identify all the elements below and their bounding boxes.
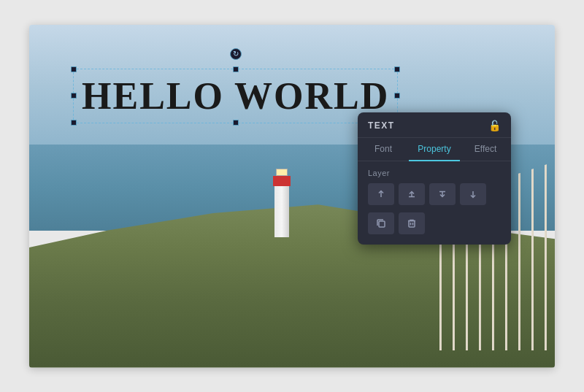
svg-rect-7 <box>409 220 415 227</box>
canvas-text[interactable]: HELLO WORLD <box>82 74 389 118</box>
move-up-icon <box>407 189 417 199</box>
send-back-icon <box>468 189 478 199</box>
bring-front-icon <box>376 189 386 199</box>
delete-icon <box>407 218 417 228</box>
panel-header: TEXT 🔓 <box>358 112 511 138</box>
layer-controls <box>368 183 501 205</box>
panel-title: TEXT <box>368 120 395 131</box>
tab-font[interactable]: Font <box>358 138 409 161</box>
send-back-button[interactable] <box>460 183 486 205</box>
tab-effect[interactable]: Effect <box>460 138 511 161</box>
panel-body: Layer <box>358 161 511 245</box>
tab-property[interactable]: Property <box>409 138 460 161</box>
text-element-container[interactable]: HELLO WORLD <box>73 69 398 123</box>
canvas-area: HELLO WORLD TEXT 🔓 Font Property Effect … <box>29 25 555 368</box>
action-buttons <box>368 212 501 234</box>
svg-rect-6 <box>379 221 385 227</box>
move-up-button[interactable] <box>399 183 425 205</box>
selection-box: HELLO WORLD <box>73 69 398 123</box>
duplicate-icon <box>376 218 386 228</box>
delete-button[interactable] <box>399 212 425 234</box>
move-down-button[interactable] <box>429 183 456 205</box>
move-down-icon <box>437 189 447 199</box>
lighthouse-tower <box>274 186 289 237</box>
duplicate-button[interactable] <box>368 212 394 234</box>
layer-section-label: Layer <box>368 169 501 177</box>
lock-icon[interactable]: 🔓 <box>488 120 501 131</box>
panel-tabs: Font Property Effect <box>358 138 511 161</box>
lighthouse-light <box>276 169 288 176</box>
lighthouse <box>273 169 291 237</box>
rotate-handle[interactable] <box>230 48 242 60</box>
text-panel: TEXT 🔓 Font Property Effect Layer <box>358 112 511 245</box>
bring-front-button[interactable] <box>368 183 394 205</box>
lighthouse-top <box>273 176 291 186</box>
